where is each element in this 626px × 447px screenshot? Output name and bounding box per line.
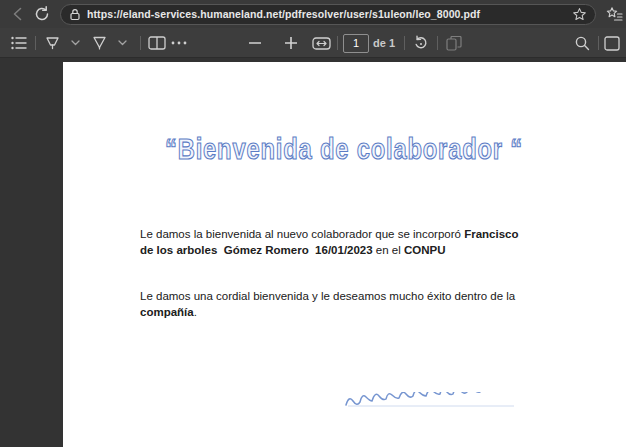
highlight-button[interactable] bbox=[41, 31, 63, 55]
fit-width-button[interactable] bbox=[310, 31, 332, 55]
toolbar-separator bbox=[140, 36, 141, 50]
chevron-down-icon bbox=[118, 40, 127, 46]
browser-top-bar: https://eland-services.humaneland.net/pd… bbox=[0, 0, 626, 28]
toolbar-separator bbox=[337, 36, 338, 50]
bookmark-star-button[interactable] bbox=[572, 7, 587, 22]
search-icon bbox=[574, 35, 590, 51]
document-title-wordart: “Bienvenida de colaborador “ bbox=[63, 126, 626, 174]
toolbar-separator bbox=[404, 36, 405, 50]
back-arrow-icon bbox=[10, 6, 26, 22]
pdf-page: “Bienvenida de colaborador “ Le damos la… bbox=[63, 62, 626, 447]
ellipsis-icon bbox=[171, 41, 187, 45]
search-button[interactable] bbox=[571, 31, 593, 55]
toolbar-separator bbox=[598, 36, 599, 50]
back-button[interactable] bbox=[6, 2, 30, 26]
reload-button[interactable] bbox=[30, 2, 54, 26]
more-options-button[interactable] bbox=[168, 31, 190, 55]
favorites-button[interactable] bbox=[602, 2, 626, 26]
save-button[interactable] bbox=[604, 31, 626, 55]
two-page-view-icon bbox=[148, 36, 166, 50]
extract-pages-button[interactable] bbox=[443, 31, 465, 55]
browser-window: https://eland-services.humaneland.net/pd… bbox=[0, 0, 626, 447]
plus-icon bbox=[285, 37, 297, 49]
draw-button[interactable] bbox=[88, 31, 110, 55]
fit-width-icon bbox=[312, 37, 331, 50]
contents-icon bbox=[11, 36, 27, 50]
welcome-paragraph: Le damos la bienvenida al nuevo colabora… bbox=[140, 226, 528, 258]
favorites-list-icon bbox=[606, 6, 623, 22]
toolbar-separator bbox=[437, 36, 438, 50]
address-bar[interactable]: https://eland-services.humaneland.net/pd… bbox=[60, 4, 596, 25]
draw-pen-icon bbox=[91, 35, 108, 51]
extract-page-icon bbox=[446, 36, 462, 51]
zoom-out-button[interactable] bbox=[244, 31, 266, 55]
rotate-icon bbox=[413, 35, 429, 51]
lock-icon bbox=[69, 8, 81, 21]
zoom-in-button[interactable] bbox=[280, 31, 302, 55]
draw-dropdown-button[interactable] bbox=[111, 31, 133, 55]
page-number-input[interactable] bbox=[343, 34, 369, 53]
two-page-view-button[interactable] bbox=[146, 31, 168, 55]
url-text: https://eland-services.humaneland.net/pd… bbox=[87, 8, 572, 20]
highlighter-icon bbox=[44, 35, 61, 51]
document-title: “Bienvenida de colaborador “ bbox=[165, 133, 523, 165]
minus-icon bbox=[249, 42, 261, 44]
highlight-dropdown-button[interactable] bbox=[64, 31, 86, 55]
signature-scribble bbox=[344, 392, 520, 410]
pdf-viewer-area: “Bienvenida de colaborador “ Le damos la… bbox=[0, 58, 626, 447]
chevron-down-icon bbox=[71, 40, 80, 46]
contents-button[interactable] bbox=[8, 31, 30, 55]
rotate-button[interactable] bbox=[410, 31, 432, 55]
partial-icon bbox=[604, 36, 620, 51]
page-count-label: de 1 bbox=[373, 37, 395, 49]
reload-icon bbox=[34, 6, 50, 22]
star-icon bbox=[572, 7, 587, 22]
pdf-toolbar: de 1 bbox=[0, 28, 626, 58]
toolbar-separator bbox=[35, 36, 36, 50]
farewell-paragraph: Le damos una cordial bienvenida y le des… bbox=[140, 288, 528, 320]
